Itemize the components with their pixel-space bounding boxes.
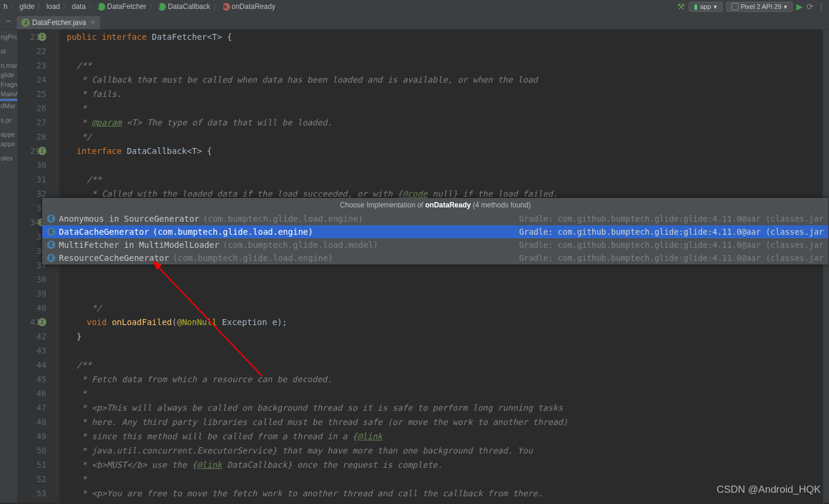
gutter-icon[interactable]: I — [38, 33, 46, 41]
popup-item[interactable]: CResourceCacheGenerator (com.bumptech.gl… — [42, 251, 828, 264]
fold-handle[interactable] — [51, 158, 59, 172]
code-line[interactable] — [67, 272, 823, 286]
sidebar-item[interactable]: ngPro — [0, 32, 17, 42]
fold-handle[interactable] — [51, 344, 59, 358]
code-line[interactable]: * — [67, 386, 823, 401]
fold-handle[interactable] — [51, 386, 59, 401]
code-line[interactable]: * <p>You are free to move the fetch work… — [67, 486, 823, 500]
fold-handle[interactable] — [51, 301, 59, 315]
code-line[interactable]: * since this method will be called from … — [67, 429, 823, 443]
sidebar-item[interactable]: appe — [0, 139, 17, 149]
code-line[interactable] — [67, 158, 823, 172]
popup-item[interactable]: CAnonymous in SourceGenerator (com.bumpt… — [42, 212, 828, 225]
fold-handle[interactable] — [51, 58, 59, 73]
breadcrumb-item[interactable]: glide — [20, 2, 34, 11]
fold-handle[interactable] — [51, 329, 59, 344]
code-line[interactable]: */ — [67, 301, 823, 315]
code-line[interactable]: * here. Any third party libraries called… — [67, 415, 823, 429]
code-line[interactable]: /** — [67, 58, 823, 73]
code-line[interactable]: } — [67, 329, 823, 344]
sidebar-item[interactable]: glide — [0, 70, 17, 80]
code-line[interactable]: * <p>This will always be called on backg… — [67, 401, 823, 415]
line-number: 22 — [18, 44, 46, 58]
breadcrumb-item[interactable]: load — [46, 2, 60, 11]
file-tab[interactable]: J DataFetcher.java × — [17, 16, 100, 29]
fold-handle[interactable] — [51, 415, 59, 429]
code-line[interactable] — [67, 344, 823, 358]
code-line[interactable]: * java.util.concurrent.ExecutorService} … — [67, 443, 823, 458]
collapse-icon[interactable]: − — [0, 16, 17, 29]
sidebar-item[interactable]: Fragm — [0, 80, 17, 89]
fold-handle[interactable] — [51, 500, 59, 504]
fold-handle[interactable] — [51, 272, 59, 286]
sidebar-item[interactable]: dMar — [0, 101, 17, 111]
fold-handle[interactable] — [51, 144, 59, 158]
more-button[interactable]: ⋮ — [817, 2, 825, 11]
code-line[interactable] — [67, 286, 823, 301]
fold-handle[interactable] — [51, 87, 59, 101]
device-dropdown[interactable]: Pixel 2 API 29 ▾ — [726, 2, 793, 12]
gutter-icon[interactable]: I — [38, 318, 46, 326]
breadcrumb-item[interactable]: h — [4, 2, 8, 11]
code-line[interactable]: * — [67, 101, 823, 115]
code-line[interactable]: * — [67, 472, 823, 486]
fold-handle[interactable] — [51, 73, 59, 87]
sidebar-item[interactable]: s.pr — [0, 115, 17, 125]
fold-handle[interactable] — [51, 372, 59, 386]
popup-item[interactable]: CDataCacheGenerator (com.bumptech.glide.… — [42, 225, 828, 238]
code-line[interactable]: */ — [67, 130, 823, 144]
sidebar-item[interactable]: oles — [0, 153, 17, 163]
code-line[interactable]: * @param <T> The type of data that will … — [67, 115, 823, 130]
fold-handle[interactable] — [51, 130, 59, 144]
sidebar-item[interactable]: n.man — [0, 61, 17, 70]
code-line[interactable]: * <b>MUST</b> use the {@link DataCallbac… — [67, 458, 823, 472]
project-sidebar[interactable]: ngProstn.manglideFragmMainAdMars.prappea… — [0, 30, 18, 503]
breadcrumb-item[interactable]: IDataFetcher — [98, 2, 146, 11]
file-tab-label: DataFetcher.java — [32, 18, 86, 27]
code-line[interactable]: * Callback that must be called when data… — [67, 73, 823, 87]
fold-handle[interactable] — [51, 486, 59, 500]
code-line[interactable]: interface DataCallback<T> { — [67, 144, 823, 158]
fold-handle[interactable] — [51, 401, 59, 415]
vertical-scrollbar[interactable] — [823, 30, 829, 503]
code-line[interactable]: /** — [67, 172, 823, 187]
sidebar-item[interactable]: st — [0, 46, 17, 56]
code-line[interactable]: /** — [67, 358, 823, 372]
watermark: CSDN @Android_HQK — [717, 484, 821, 496]
rerun-button[interactable]: ⟳ — [806, 2, 814, 11]
sidebar-item[interactable]: MainA — [0, 89, 17, 99]
fold-handle[interactable] — [51, 286, 59, 301]
code-line[interactable]: public interface DataFetcher<T> { — [67, 30, 823, 44]
fold-handle[interactable] — [51, 115, 59, 130]
sidebar-item[interactable]: appe — [0, 130, 17, 139]
code-area[interactable]: public interface DataFetcher<T> { /** * … — [59, 30, 823, 503]
fold-handle[interactable] — [51, 443, 59, 458]
fold-handle[interactable] — [51, 429, 59, 443]
code-line[interactable] — [67, 44, 823, 58]
code-line[interactable]: * Fetch data from which a resource can b… — [67, 372, 823, 386]
sidebar-item[interactable] — [0, 163, 17, 165]
code-line[interactable]: * — [67, 500, 823, 504]
fold-handle[interactable] — [51, 44, 59, 58]
fold-handle[interactable] — [51, 358, 59, 372]
fold-handle[interactable] — [51, 101, 59, 115]
gutter-icon[interactable]: I — [38, 147, 46, 155]
fold-column[interactable] — [51, 30, 59, 503]
line-number: 39 — [18, 286, 46, 301]
fold-handle[interactable] — [51, 458, 59, 472]
breadcrumb[interactable]: h〉glide〉load〉data〉IDataFetcher〉IDataCall… — [4, 2, 275, 12]
code-line[interactable]: void onLoadFailed(@NonNull Exception e); — [67, 315, 823, 329]
breadcrumb-item[interactable]: data — [72, 2, 86, 11]
popup-item[interactable]: CMultiFetcher in MultiModelLoader (com.b… — [42, 238, 828, 251]
fold-handle[interactable] — [51, 30, 59, 44]
fold-handle[interactable] — [51, 172, 59, 187]
breadcrumb-item[interactable]: IDataCallback — [158, 2, 210, 11]
fold-handle[interactable] — [51, 315, 59, 329]
close-icon[interactable]: × — [91, 18, 95, 27]
run-config-dropdown[interactable]: ▮ app ▾ — [689, 2, 722, 12]
code-line[interactable]: * fails. — [67, 87, 823, 101]
run-button[interactable]: ▶ — [796, 2, 803, 11]
fold-handle[interactable] — [51, 472, 59, 486]
hammer-icon[interactable]: ⚒ — [677, 2, 685, 11]
breadcrumb-item[interactable]: monDataReady — [222, 2, 275, 11]
